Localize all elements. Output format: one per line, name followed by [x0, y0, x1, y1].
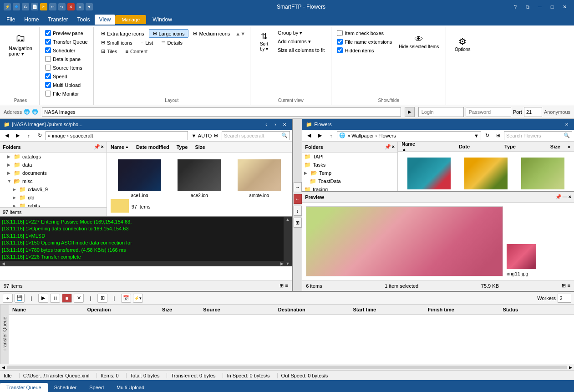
col-type[interactable]: Type: [173, 143, 192, 151]
folder-temp[interactable]: ▶📂Temp: [302, 169, 397, 177]
folder-orbits[interactable]: ▶📁orbits: [0, 202, 107, 207]
speed-check[interactable]: Speed: [43, 72, 90, 80]
folder-tracing[interactable]: 📁tracing: [302, 185, 397, 191]
preview-pin-icon[interactable]: 📌: [555, 194, 562, 200]
folder-cdaw6[interactable]: ▶📁cdaw6_9: [0, 185, 107, 193]
menu-file[interactable]: File: [2, 15, 20, 25]
col-dest-tq[interactable]: Destination: [274, 306, 350, 313]
tq-save-btn[interactable]: 💾: [15, 294, 25, 303]
tq-delete-btn[interactable]: ✕: [74, 294, 84, 303]
file-ace2[interactable]: ace2.jpg: [170, 156, 228, 197]
col-start-tq[interactable]: Start time: [349, 306, 424, 313]
fold-icon2[interactable]: ×: [392, 144, 395, 150]
horizontal-scrollbar[interactable]: ◀ ▶: [0, 364, 574, 370]
col-name[interactable]: Name ▲: [107, 143, 132, 151]
flower-img9[interactable]: img9.jpg: [515, 155, 570, 191]
tq-stop-btn[interactable]: ■: [62, 294, 72, 303]
address-input[interactable]: NASA Images: [42, 107, 401, 117]
folder-toastdata[interactable]: 📁ToastData: [302, 177, 397, 185]
log-scrollbar[interactable]: ▲ ▼: [284, 217, 292, 266]
nav-mode-btn[interactable]: AUTO: [200, 131, 210, 140]
sort-by-button[interactable]: ⇅ Sortby ▾: [254, 30, 274, 53]
left-panel-nav-next[interactable]: ›: [272, 121, 279, 128]
col-status-tq[interactable]: Status: [499, 306, 574, 313]
tq-pause-btn[interactable]: ⏸: [50, 294, 60, 303]
details-pane-check[interactable]: Details pane: [43, 55, 90, 63]
col-type-header[interactable]: Type: [501, 143, 519, 150]
tab-transfer-queue[interactable]: Transfer Queue: [0, 383, 48, 392]
scroll-up-icon[interactable]: ▲: [284, 217, 292, 222]
menu-transfer[interactable]: Transfer: [43, 15, 72, 25]
panel-view-btn[interactable]: ⊞: [294, 218, 302, 228]
preview-pane-check[interactable]: Preview pane: [43, 29, 90, 37]
hscroll-right-btn[interactable]: ▶: [569, 365, 572, 370]
tq-speed-btn[interactable]: ⚡▾: [133, 294, 143, 303]
menu-manage[interactable]: Manage: [115, 15, 146, 24]
list-btn[interactable]: ≡ List: [137, 39, 157, 46]
tiles-btn[interactable]: ⊞ Tiles: [97, 47, 121, 55]
group-by-dropdown[interactable]: Group by ▾: [275, 29, 327, 37]
col-source-tq[interactable]: Source: [199, 306, 274, 313]
left-panel-nav-prev[interactable]: ‹: [263, 121, 270, 128]
menu-home[interactable]: Home: [20, 15, 43, 25]
port-input[interactable]: [524, 107, 542, 117]
forward-button[interactable]: ▶: [13, 131, 23, 140]
fold-icon[interactable]: ×: [101, 144, 104, 150]
right-back-button[interactable]: ◀: [304, 131, 314, 140]
size-all-columns-btn[interactable]: Size all columns to fit: [275, 46, 327, 54]
col-size-tq[interactable]: Size: [158, 306, 199, 313]
tab-multi-upload[interactable]: Multi Upload: [110, 383, 151, 392]
medium-icons-btn[interactable]: ⊞ Medium icons: [189, 30, 234, 37]
col-date[interactable]: Date modified: [132, 143, 173, 151]
right-extra-btn[interactable]: ⊞: [493, 131, 503, 140]
menu-window[interactable]: Window: [148, 15, 177, 25]
minimize-button[interactable]: ─: [534, 2, 546, 11]
filename-ext-check[interactable]: File name extensions: [335, 38, 394, 46]
transfer-sync-arrow[interactable]: ↕: [294, 206, 302, 216]
folder-data[interactable]: ▶📁data: [0, 161, 107, 169]
pin-icon2[interactable]: 📌: [385, 144, 391, 150]
add-columns-dropdown[interactable]: Add columns ▾: [275, 38, 327, 46]
hscroll-left[interactable]: ◀: [2, 261, 5, 266]
content-btn[interactable]: ≡ Content: [122, 48, 151, 55]
login-input[interactable]: [418, 107, 464, 117]
col-finish-tq[interactable]: Finish time: [424, 306, 499, 313]
tq-grid-btn[interactable]: ⊞: [97, 294, 107, 303]
file-ace1[interactable]: ace1.jpg: [111, 156, 168, 197]
tq-add-btn[interactable]: +: [3, 294, 13, 303]
large-icons-btn[interactable]: ⊞ Large icons: [149, 29, 189, 38]
refresh-button[interactable]: ↻: [35, 131, 45, 140]
hide-selected-button[interactable]: 👁 Hide selected Items: [396, 29, 442, 54]
back-button[interactable]: ◀: [2, 131, 12, 140]
folder-old[interactable]: ▶📁old: [0, 193, 107, 202]
password-input[interactable]: [466, 107, 511, 117]
small-icons-btn[interactable]: ⊟ Small icons: [97, 39, 136, 46]
navigation-pane-button[interactable]: 🗂 Navigationpane ▾: [5, 29, 36, 60]
tq-play-btn[interactable]: ▶: [38, 294, 48, 303]
col-date-header[interactable]: Date: [455, 143, 473, 150]
folder-documents[interactable]: ▶📁documents: [0, 169, 107, 177]
hscroll-right[interactable]: ▶: [280, 261, 284, 266]
address-go-button[interactable]: ▶: [405, 107, 415, 117]
flowers-search[interactable]: Search Flowers 🔍: [504, 131, 572, 140]
right-path-dropdown[interactable]: ▼: [474, 133, 479, 138]
left-panel-close[interactable]: ✕: [281, 121, 288, 128]
col-size[interactable]: Size: [191, 143, 208, 151]
nav-dropdown-btn[interactable]: ▼: [189, 131, 199, 140]
workers-input[interactable]: [558, 294, 571, 303]
options-button[interactable]: ⚙ Options: [450, 34, 475, 54]
menu-tools[interactable]: Tools: [73, 15, 95, 25]
flower-img7[interactable]: img7.jpg: [401, 155, 457, 191]
col-name-tq[interactable]: Name: [9, 306, 84, 313]
preview-close-icon[interactable]: ×: [569, 194, 571, 200]
spacecraft-search[interactable]: Search spacecraft 🔍: [222, 131, 290, 140]
file-ampte[interactable]: ampte.jpg: [230, 156, 288, 197]
flower-img8[interactable]: img8.jpg: [458, 155, 513, 191]
item-checkboxes-check[interactable]: Item check boxes: [335, 29, 394, 37]
flowers-grid-icon[interactable]: ⊞: [562, 283, 566, 289]
col-operation-tq[interactable]: Operation: [84, 306, 159, 313]
details-btn[interactable]: ≣ Details: [157, 39, 186, 46]
tab-speed[interactable]: Speed: [83, 383, 110, 392]
nav-extra-btn[interactable]: ⊞: [211, 131, 221, 140]
source-items-check[interactable]: Source Items: [43, 64, 90, 71]
